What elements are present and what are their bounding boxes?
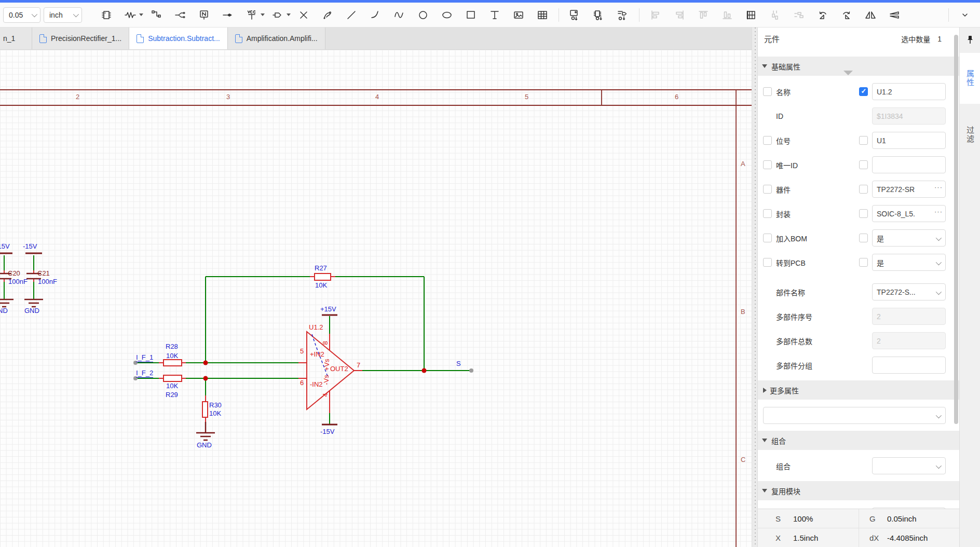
part-group-input[interactable] bbox=[872, 357, 946, 374]
footprint-visible-checkbox[interactable] bbox=[859, 209, 868, 218]
align-bottom-icon[interactable] bbox=[721, 9, 733, 21]
section-basic-properties[interactable]: 基础属性 bbox=[758, 57, 959, 76]
name-visible-checkbox[interactable] bbox=[859, 87, 868, 96]
schematic-canvas[interactable]: 23456ABC+15V-15VC20100nFC21100nFGNDGNDI_… bbox=[0, 50, 752, 547]
schematic-label-pin-in-neg[interactable]: -IN2 bbox=[310, 381, 323, 388]
designator-show-checkbox[interactable] bbox=[763, 136, 772, 145]
designator-visible-checkbox[interactable] bbox=[859, 136, 868, 145]
tab-document-1[interactable]: PrecisionRectifier_1... bbox=[32, 28, 129, 49]
schematic-label-zone-col-3[interactable]: 3 bbox=[226, 93, 230, 101]
distribute-v-icon[interactable] bbox=[793, 9, 805, 21]
schematic-label-zone-col-5[interactable]: 5 bbox=[525, 93, 528, 101]
tab-document-2-active[interactable]: Subtraction.Subtract... bbox=[129, 28, 228, 49]
rotate-ccw-icon[interactable] bbox=[816, 9, 829, 21]
ellipse-icon[interactable] bbox=[441, 9, 453, 21]
schematic-label-pin-vs-neg[interactable]: -Vs bbox=[323, 375, 330, 385]
schematic-label-pwr-n15-cap[interactable]: -15V bbox=[23, 243, 37, 250]
add-bom-show-checkbox[interactable] bbox=[763, 234, 772, 242]
schematic-label-cap-c21-ref[interactable]: C21 bbox=[37, 270, 50, 277]
part-name-select[interactable]: TP2272-S... bbox=[872, 283, 946, 300]
unique-id-input[interactable] bbox=[872, 156, 946, 173]
schematic-label-res-r30-ref[interactable]: R30 bbox=[209, 402, 222, 409]
schematic-label-opamp-ref[interactable]: U1.2 bbox=[309, 324, 323, 331]
schematic-label-zone-row-b[interactable]: B bbox=[741, 308, 745, 316]
unique-id-show-checkbox[interactable] bbox=[763, 160, 772, 169]
vcc-flag-icon[interactable] bbox=[246, 9, 258, 21]
line-icon[interactable] bbox=[345, 9, 358, 21]
schematic-label-pin-in-pos[interactable]: +IN2 bbox=[310, 351, 324, 358]
schematic-label-gnd-c21[interactable]: GND bbox=[24, 307, 39, 314]
footprint-more-button[interactable]: ··· bbox=[934, 208, 943, 215]
resistor-r27[interactable] bbox=[315, 274, 331, 280]
schematic-label-pin-5[interactable]: 5 bbox=[300, 348, 304, 355]
net-flag-icon[interactable] bbox=[222, 9, 234, 21]
schematic-label-pin-7[interactable]: 7 bbox=[357, 362, 360, 369]
schematic-label-gnd-c20[interactable]: GND bbox=[0, 307, 8, 314]
schematic-label-res-r28-val[interactable]: 10K bbox=[166, 352, 178, 360]
schematic-label-res-r29-val[interactable]: 10K bbox=[166, 382, 178, 390]
more-tools-chevron-icon[interactable] bbox=[959, 9, 971, 21]
schematic-label-res-r29-ref[interactable]: R29 bbox=[166, 391, 178, 399]
distribute-h-icon[interactable] bbox=[769, 9, 781, 21]
ground-symbols[interactable] bbox=[0, 299, 215, 440]
circle-icon[interactable] bbox=[417, 9, 429, 21]
no-connect-icon[interactable] bbox=[297, 9, 310, 21]
text-icon[interactable] bbox=[488, 9, 501, 21]
annotate-image-icon[interactable] bbox=[569, 9, 581, 21]
add-bom-visible-checkbox[interactable] bbox=[859, 234, 868, 242]
align-left-icon[interactable] bbox=[649, 9, 662, 21]
schematic-label-pwr-p15-op[interactable]: +15V bbox=[320, 306, 336, 313]
net-port-icon[interactable] bbox=[174, 9, 186, 21]
device-show-checkbox[interactable] bbox=[763, 185, 772, 194]
io-port-icon[interactable] bbox=[271, 9, 284, 21]
resistor-icon[interactable] bbox=[124, 9, 137, 21]
group-select[interactable] bbox=[872, 457, 946, 474]
section-reuse-module[interactable]: 复用模块 bbox=[758, 481, 959, 500]
schematic-label-cap-c20-ref[interactable]: C20 bbox=[8, 270, 20, 277]
wire-icon[interactable] bbox=[150, 9, 162, 21]
schematic-label-res-r28-ref[interactable]: R28 bbox=[166, 343, 178, 350]
schematic-label-pin-out[interactable]: OUT2 bbox=[330, 365, 348, 373]
align-grid-icon[interactable] bbox=[745, 9, 757, 21]
bezier-pen-icon[interactable] bbox=[321, 9, 334, 21]
schematic-label-pwr-n15-op[interactable]: -15V bbox=[320, 428, 334, 435]
add-bom-select[interactable]: 是 bbox=[872, 229, 946, 247]
flip-horizontal-icon[interactable] bbox=[864, 9, 877, 21]
schematic-label-pin-8[interactable]: 8 bbox=[322, 341, 329, 345]
schematic-label-net-if1[interactable]: I_F_1 bbox=[136, 354, 153, 362]
footprint-input[interactable]: SOIC-8_L5.··· bbox=[872, 205, 946, 222]
resistor-r28[interactable] bbox=[164, 360, 182, 366]
rectangle-icon[interactable] bbox=[465, 9, 477, 21]
io-port-dropdown-caret[interactable] bbox=[287, 13, 291, 16]
to-pcb-visible-checkbox[interactable] bbox=[859, 258, 868, 267]
vcc-dropdown-caret[interactable] bbox=[261, 13, 265, 16]
device-more-button[interactable]: ··· bbox=[934, 183, 943, 191]
schematic-label-pin-vs-pos[interactable]: +Vs bbox=[323, 359, 331, 371]
panel-scrollbar[interactable] bbox=[954, 35, 958, 424]
name-show-checkbox[interactable] bbox=[763, 87, 772, 96]
align-top-icon[interactable] bbox=[697, 9, 710, 21]
device-visible-checkbox[interactable] bbox=[859, 185, 868, 194]
flip-vertical-icon[interactable] bbox=[888, 9, 901, 21]
designator-input[interactable]: U1 bbox=[872, 132, 946, 149]
footprint-show-checkbox[interactable] bbox=[763, 209, 772, 218]
schematic-label-pin-4[interactable]: 4 bbox=[322, 393, 329, 396]
tab-document-3[interactable]: Amplification.Amplifi... bbox=[228, 28, 325, 49]
ic-symbol-icon[interactable] bbox=[100, 9, 113, 21]
resistor-dropdown-caret[interactable] bbox=[139, 13, 143, 16]
schematic-label-cap-c21-val[interactable]: 100nF bbox=[38, 278, 57, 285]
annotate-net-icon[interactable] bbox=[617, 9, 629, 21]
to-pcb-show-checkbox[interactable] bbox=[763, 258, 772, 267]
schematic-label-gnd-r30[interactable]: GND bbox=[197, 442, 212, 449]
name-input[interactable]: U1.2 bbox=[872, 83, 946, 100]
side-tab-filter[interactable]: 过滤 bbox=[960, 119, 980, 151]
schematic-label-net-s[interactable]: S bbox=[456, 360, 461, 367]
resistor-r30[interactable] bbox=[202, 402, 208, 417]
schematic-label-zone-col-2[interactable]: 2 bbox=[76, 93, 79, 101]
to-pcb-select[interactable]: 是 bbox=[872, 254, 946, 271]
more-properties-select[interactable] bbox=[763, 407, 946, 424]
rotate-cw-icon[interactable] bbox=[840, 9, 853, 21]
schematic-label-zone-row-a[interactable]: A bbox=[741, 160, 745, 168]
panel-resize-handle[interactable] bbox=[752, 28, 758, 547]
arc-icon[interactable] bbox=[369, 9, 382, 21]
